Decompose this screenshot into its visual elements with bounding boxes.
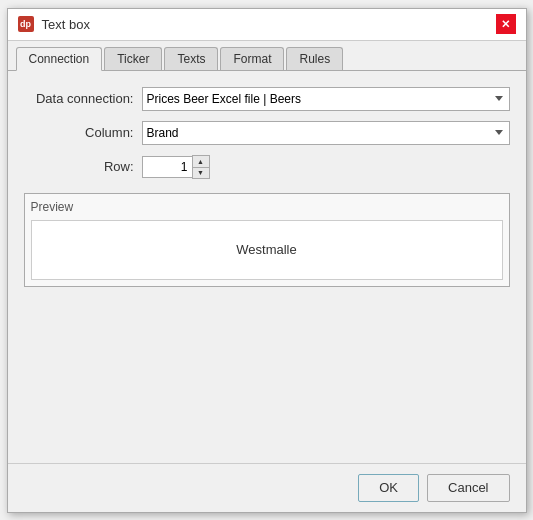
preview-value: Westmalle (236, 242, 296, 257)
tab-format[interactable]: Format (220, 47, 284, 70)
data-connection-label: Data connection: (24, 91, 134, 106)
preview-label: Preview (31, 200, 503, 214)
tab-texts[interactable]: Texts (164, 47, 218, 70)
tab-ticker[interactable]: Ticker (104, 47, 162, 70)
tab-connection[interactable]: Connection (16, 47, 103, 71)
data-connection-row: Data connection: Prices Beer Excel file … (24, 87, 510, 111)
ok-button[interactable]: OK (358, 474, 419, 502)
preview-section: Preview Westmalle (24, 193, 510, 287)
dialog: dp Text box ✕ Connection Ticker Texts Fo… (7, 8, 527, 513)
column-control: Brand (142, 121, 510, 145)
spinner-up-button[interactable]: ▲ (193, 156, 209, 167)
close-button[interactable]: ✕ (496, 14, 516, 34)
data-connection-control: Prices Beer Excel file | Beers (142, 87, 510, 111)
tab-rules[interactable]: Rules (286, 47, 343, 70)
column-dropdown[interactable]: Brand (142, 121, 510, 145)
footer: OK Cancel (8, 463, 526, 512)
title-bar-left: dp Text box (18, 16, 90, 32)
cancel-button[interactable]: Cancel (427, 474, 509, 502)
tab-content: Data connection: Prices Beer Excel file … (8, 71, 526, 463)
row-spinner: ▲ ▼ (142, 155, 210, 179)
data-connection-dropdown[interactable]: Prices Beer Excel file | Beers (142, 87, 510, 111)
column-row: Column: Brand (24, 121, 510, 145)
tabs-bar: Connection Ticker Texts Format Rules (8, 41, 526, 71)
spinner-buttons: ▲ ▼ (192, 155, 210, 179)
spinner-down-button[interactable]: ▼ (193, 167, 209, 178)
app-icon: dp (18, 16, 34, 32)
row-label: Row: (24, 159, 134, 174)
column-label: Column: (24, 125, 134, 140)
preview-content: Westmalle (31, 220, 503, 280)
row-row: Row: ▲ ▼ (24, 155, 510, 179)
title-bar: dp Text box ✕ (8, 9, 526, 41)
dialog-title: Text box (42, 17, 90, 32)
row-input[interactable] (142, 156, 192, 178)
